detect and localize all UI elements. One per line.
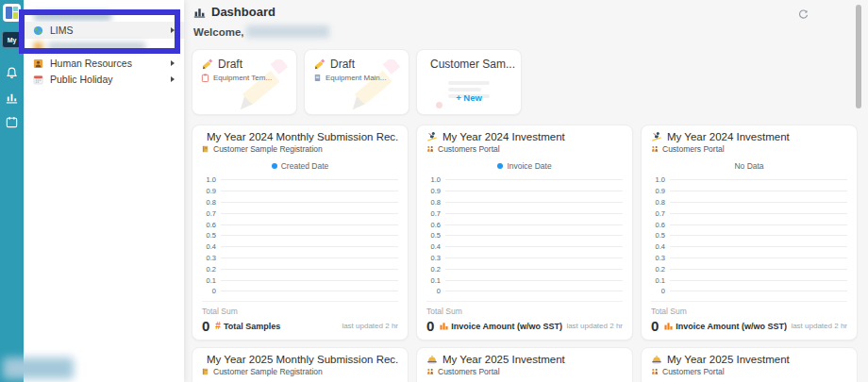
chart-title: My Year 2025 Investment: [442, 354, 565, 365]
chart-card-2024-monthly-submission[interactable]: My Year 2024 Monthly Submission Rec... C…: [192, 125, 409, 340]
gridline: [445, 213, 623, 214]
gridline: [445, 257, 623, 258]
family-emoji-icon: [426, 145, 434, 153]
gridline: [445, 246, 623, 247]
chart-title: My Year 2024 Investment: [442, 131, 565, 142]
shortcut-card-draft-equipment-template[interactable]: Draft Equipment Tem...: [192, 49, 297, 115]
calendar-icon[interactable]: [5, 115, 19, 129]
chart-legend: Created Date: [202, 161, 398, 171]
page-header: Dashboard: [193, 5, 275, 19]
shortcut-card-draft-equipment-maintenance[interactable]: Draft Equipment Main...: [304, 49, 409, 115]
vertical-scrollbar-thumb[interactable]: [856, 5, 861, 108]
menu-item-lims[interactable]: LIMS: [24, 22, 184, 39]
y-axis-tick-row: 0.8: [651, 197, 847, 208]
logo-yellow-block: [13, 12, 18, 19]
chart-subtitle: Customers Portal: [438, 144, 500, 154]
y-axis-tick-row: 0.6: [651, 219, 847, 230]
y-axis-tick-row: 0.4: [651, 241, 847, 253]
gridline: [221, 235, 398, 236]
pencil-watermark: [238, 59, 291, 112]
y-axis-tick-label: 0.2: [426, 265, 445, 274]
welcome-line: Welcome,: [193, 25, 329, 38]
chevron-right-icon: [171, 76, 175, 82]
y-axis-tick-row: 0.4: [202, 241, 398, 253]
scroll-emoji-icon: [202, 368, 209, 375]
chart-plot-area: 1.00.90.80.70.60.50.40.30.20.10: [202, 174, 398, 297]
chart-card-2025-monthly-submission[interactable]: My Year 2025 Monthly Submission Rec... C…: [192, 347, 409, 382]
gridline: [670, 191, 847, 191]
globe-icon: [33, 25, 43, 36]
gridline: [221, 213, 398, 214]
shortcut-card-customer-sample[interactable]: Customer Sam... + New: [416, 49, 522, 115]
chart-card-2024-investment-b[interactable]: My Year 2024 Investment Customers Portal…: [641, 125, 858, 340]
family-emoji-icon: [651, 145, 659, 153]
bellhop-bell-emoji-icon: [651, 354, 662, 365]
mini-bar-chart-icon: [440, 322, 448, 330]
chart-subtitle: Customers Portal: [662, 144, 725, 154]
chart-subtitle: Customer Sample Registration: [213, 367, 323, 376]
redacted-user-name: [246, 25, 329, 38]
y-axis-tick-row: 0.4: [426, 241, 623, 253]
y-axis-tick-label: 0.7: [202, 209, 221, 218]
gridline: [221, 191, 398, 191]
y-axis-tick-label: 0.4: [202, 242, 221, 251]
y-axis-tick-label: 0.1: [651, 276, 670, 285]
y-axis-tick-row: 0.8: [426, 197, 623, 208]
skier-emoji-icon: [426, 131, 438, 142]
pencil-emoji-icon: [201, 58, 213, 71]
chart-card-2025-investment-a[interactable]: My Year 2025 Investment Customers Portal: [416, 347, 633, 382]
gridline: [670, 213, 847, 214]
chart-subtitle: Customers Portal: [438, 367, 500, 376]
legend-label: Invoice Date: [507, 161, 551, 171]
y-axis-tick-label: 0.6: [202, 221, 221, 229]
chart-footer: Total Sum 0 Invoice Amount (w/wo SST) la…: [426, 301, 623, 334]
clipboard-icon: [201, 74, 209, 82]
person-badge-icon: [33, 58, 43, 69]
menu-item-human-resources[interactable]: Human Resources: [24, 56, 184, 71]
family-emoji-icon: [426, 368, 434, 375]
y-axis-tick-label: 0.9: [202, 187, 221, 195]
bar-chart-icon[interactable]: [5, 91, 19, 105]
chart-title: My Year 2024 Investment: [667, 131, 790, 142]
chevron-right-icon: [171, 60, 175, 66]
y-axis-tick-label: 1.0: [651, 175, 670, 184]
refresh-icon[interactable]: [797, 8, 810, 21]
y-axis-tick-label: 0.4: [651, 242, 670, 251]
mini-bar-chart-icon: [664, 322, 673, 330]
new-button[interactable]: + New: [417, 92, 521, 103]
my-workspace-badge[interactable]: My: [2, 31, 22, 48]
redacted-menu-item[interactable]: [34, 42, 145, 51]
dashboard-icon: [193, 6, 206, 18]
metric-label: Invoice Amount (w/wo SST): [451, 322, 562, 331]
gridline: [221, 202, 398, 203]
bell-icon[interactable]: [5, 66, 19, 80]
redacted-user-chip[interactable]: [3, 357, 74, 379]
chart-card-2024-investment-a[interactable]: My Year 2024 Investment Customers Portal…: [416, 125, 633, 340]
redacted-menu-label: [48, 42, 145, 50]
y-axis-tick-row: 0.5: [426, 230, 623, 241]
gridline: [670, 179, 847, 180]
chart-legend: Invoice Date: [426, 161, 623, 171]
watermark-dot: [436, 102, 442, 108]
skier-emoji-icon: [651, 131, 662, 142]
app-logo[interactable]: [3, 4, 21, 22]
gridline: [445, 291, 623, 291]
gridline: [221, 179, 398, 180]
shortcut-title: Customer Sam...: [430, 58, 515, 71]
gridline: [670, 280, 847, 281]
chart-card-2025-investment-b[interactable]: My Year 2025 Investment Customers Portal: [641, 347, 858, 382]
y-axis-tick-row: 0.2: [651, 263, 847, 274]
total-sum-value: 0: [426, 318, 434, 334]
gridline: [670, 269, 847, 270]
last-updated: last updated 2 hr: [342, 322, 398, 330]
menu-item-label: Human Resources: [50, 58, 132, 69]
legend-label: Created Date: [281, 161, 329, 171]
logo-teal-block: [13, 7, 18, 11]
menu-item-label: LIMS: [50, 25, 74, 36]
menu-item-public-holiday[interactable]: Public Holiday: [24, 72, 184, 87]
chevron-right-icon: [171, 27, 175, 33]
menu-item-label: Public Holiday: [50, 74, 113, 85]
gridline: [445, 202, 623, 203]
total-sum-value: 0: [651, 318, 659, 334]
y-axis-tick-label: 0.3: [426, 254, 445, 262]
